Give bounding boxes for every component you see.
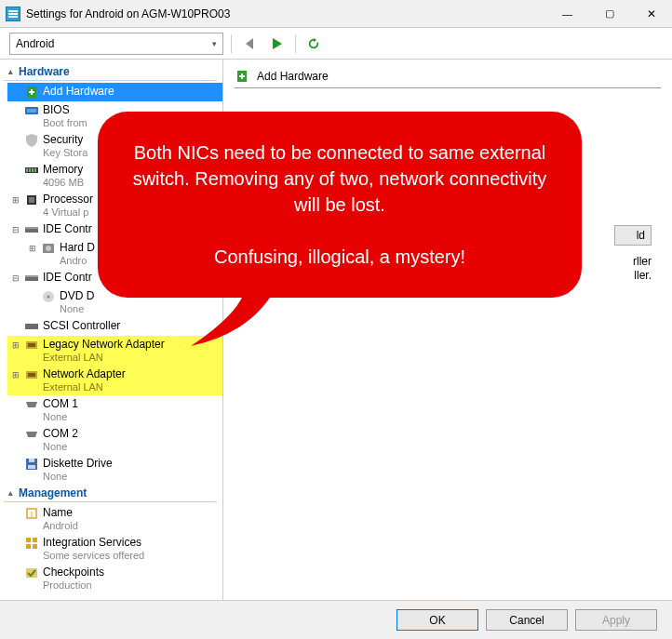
svg-rect-30 [26, 538, 31, 542]
tree-item-sublabel: Key Stora [43, 146, 87, 159]
titlebar: Settings for Android on AGM-W10PRO03 — ▢… [0, 0, 672, 28]
nav-forward-button[interactable] [267, 33, 288, 54]
svg-rect-4 [27, 109, 36, 113]
svg-rect-31 [33, 538, 37, 542]
tree-name[interactable]: I Name Android [7, 504, 222, 534]
tree-com2[interactable]: COM 2 None [7, 425, 222, 455]
svg-rect-26 [29, 459, 34, 462]
floppy-icon [24, 457, 39, 472]
serial-port-icon [24, 427, 39, 442]
tree-nic[interactable]: ⊞ Network Adapter External LAN [7, 366, 222, 395]
right-pane-title: Add Hardware [257, 70, 329, 83]
tree-security[interactable]: Security Key Stora [7, 131, 222, 161]
hdd-icon [41, 241, 56, 256]
tree-ide1[interactable]: ⊟ IDE Contr [7, 269, 222, 287]
maximize-button[interactable]: ▢ [588, 0, 630, 28]
controller-icon [24, 319, 39, 334]
nic-icon [24, 367, 39, 382]
triangle-left-icon [246, 38, 253, 49]
tree-hard-disk[interactable]: ⊞ Hard D Andro [24, 239, 222, 269]
tree-item-sublabel: External LAN [43, 351, 165, 364]
tree-checkpoints[interactable]: Checkpoints Production [7, 564, 222, 593]
svg-rect-7 [29, 168, 31, 172]
vm-selector-dropdown[interactable]: Android ▾ [9, 33, 223, 55]
tree-item-label: Add Hardware [43, 85, 114, 98]
add-hardware-icon [235, 69, 249, 84]
disclose-icon: ▴ [6, 488, 15, 498]
checkpoint-icon [24, 566, 39, 580]
collapse-icon[interactable]: ⊟ [11, 271, 20, 286]
svg-rect-27 [28, 465, 35, 469]
reset-button[interactable] [303, 33, 324, 54]
category-hardware[interactable]: ▴ Hardware [4, 63, 217, 81]
ok-button[interactable]: OK [396, 609, 478, 631]
tree-item-sublabel: Boot from [43, 116, 87, 129]
tree-item-sublabel: None [43, 410, 78, 423]
tree-item-label: Memory [43, 163, 84, 176]
memory-icon [24, 163, 39, 178]
svg-point-19 [47, 296, 50, 299]
tree-item-label: DVD D [60, 289, 94, 302]
refresh-icon [307, 37, 320, 50]
svg-rect-32 [26, 544, 31, 549]
category-label: Hardware [19, 65, 70, 78]
expand-icon[interactable]: ⊞ [11, 193, 20, 207]
separator [231, 34, 232, 53]
tree-item-label: Legacy Network Adapter [43, 338, 165, 351]
tree-add-hardware[interactable]: Add Hardware [7, 83, 222, 101]
triangle-right-icon [273, 38, 282, 49]
tree-item-label: Security [43, 133, 87, 146]
tree-item-label: IDE Contr [43, 271, 92, 284]
tree-memory[interactable]: Memory 4096 MB [7, 161, 222, 191]
tag-icon: I [24, 506, 39, 521]
nav-back-button[interactable] [239, 33, 260, 54]
controller-icon [24, 222, 39, 237]
tree-item-sublabel: None [60, 302, 94, 315]
tree-bios[interactable]: BIOS Boot from [7, 101, 222, 131]
tree-com1[interactable]: COM 1 None [7, 395, 222, 425]
tree-scsi[interactable]: SCSI Controller [7, 317, 222, 336]
tree-item-label: COM 1 [43, 397, 78, 410]
cancel-button[interactable]: Cancel [486, 609, 568, 631]
svg-rect-6 [26, 168, 28, 172]
category-management[interactable]: ▴ Management [4, 485, 217, 502]
svg-rect-17 [25, 275, 38, 277]
button-bar: OK Cancel Apply [0, 600, 672, 639]
svg-rect-22 [28, 343, 35, 347]
sidebar-tree[interactable]: ▴ Hardware Add Hardware BIOS Boot from [0, 60, 223, 600]
controller-icon [24, 271, 39, 286]
hidden-text-2: ller. [634, 269, 652, 282]
app-icon [6, 7, 20, 21]
hidden-text-1: rller [633, 255, 652, 268]
close-button[interactable]: ✕ [630, 0, 672, 28]
tree-integration[interactable]: Integration Services Some services offer… [7, 534, 222, 564]
cpu-icon [24, 193, 39, 207]
collapse-icon[interactable]: ⊟ [11, 222, 20, 237]
tree-dvd[interactable]: DVD D None [24, 287, 222, 317]
disclose-icon: ▴ [6, 67, 15, 76]
tree-item-label: Checkpoints [43, 566, 104, 579]
tree-item-label: Diskette Drive [43, 457, 113, 470]
expand-icon[interactable]: ⊞ [11, 338, 20, 353]
right-pane-header: Add Hardware [235, 69, 661, 88]
expand-icon[interactable]: ⊞ [11, 367, 20, 382]
svg-rect-11 [29, 197, 34, 203]
vm-selector-label: Android [16, 37, 54, 50]
tree-processor[interactable]: ⊞ Processor 4 Virtual p [7, 191, 222, 220]
minimize-button[interactable]: — [546, 0, 588, 28]
services-icon [24, 536, 39, 551]
serial-port-icon [24, 397, 39, 412]
window-title: Settings for Android on AGM-W10PRO03 [26, 7, 230, 20]
tree-item-label: Processor [43, 193, 93, 206]
chip-icon [24, 103, 39, 118]
tree-item-label: Hard D [60, 241, 95, 254]
tree-ide0[interactable]: ⊟ IDE Contr [7, 220, 222, 239]
tree-item-label: Integration Services [43, 536, 144, 549]
tree-legacy-nic[interactable]: ⊞ Legacy Network Adapter External LAN [7, 336, 222, 366]
tree-item-label: BIOS [43, 103, 87, 116]
tree-item-sublabel: Some services offered [43, 549, 144, 562]
svg-rect-13 [25, 227, 38, 229]
add-remnant-button[interactable]: ld [614, 225, 652, 246]
tree-diskette[interactable]: Diskette Drive None [7, 455, 222, 485]
expand-icon[interactable]: ⊞ [28, 241, 37, 256]
